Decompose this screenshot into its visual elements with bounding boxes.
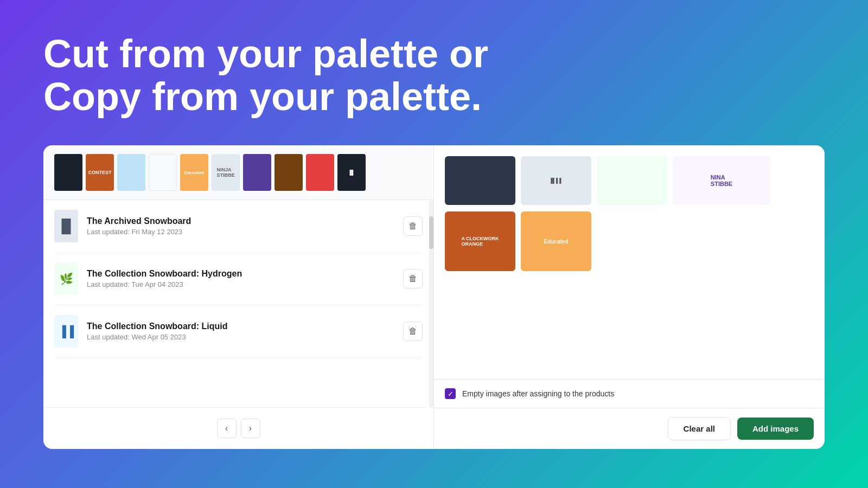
image-grid-area: ▐▌▌▌ NINASTIBBE A CLOCKWORKORANGE Educat… — [434, 145, 825, 379]
collection-name-3: The Collection Snowboard: Liquid — [87, 322, 394, 331]
collection-name-1: The Archived Snowboard — [87, 216, 394, 226]
grid-image-2: ▐▌▌▌ — [521, 156, 591, 205]
scrollbar-track — [429, 200, 433, 407]
collection-list: ▐▌ The Archived Snowboard Last updated: … — [43, 200, 433, 407]
book-thumb-5: Educated — [180, 154, 208, 191]
add-images-button[interactable]: Add images — [737, 418, 814, 440]
headline-line1: Cut from your palette or — [43, 33, 825, 75]
right-panel: ▐▌▌▌ NINASTIBBE A CLOCKWORKORANGE Educat… — [434, 145, 825, 449]
collection-info-2: The Collection Snowboard: Hydrogen Last … — [87, 269, 394, 288]
collection-date-1: Last updated: Fri May 12 2023 — [87, 228, 394, 236]
collection-item-2: 🌿 The Collection Snowboard: Hydrogen Las… — [54, 253, 423, 305]
collection-thumb-2: 🌿 — [54, 262, 78, 295]
grid-image-4: NINASTIBBE — [673, 156, 770, 205]
clear-all-button[interactable]: Clear all — [668, 417, 731, 440]
grid-image-1 — [445, 156, 515, 205]
book-thumb-10: ▐▌ — [337, 154, 366, 191]
scrollbar-thumb[interactable] — [429, 216, 433, 249]
grid-image-5: A CLOCKWORKORANGE — [445, 211, 515, 271]
headline-line2: Copy from your palette. — [43, 75, 825, 118]
book-thumb-2: CONTEST — [86, 154, 114, 191]
collection-info-3: The Collection Snowboard: Liquid Last up… — [87, 322, 394, 341]
collection-item-1: ▐▌ The Archived Snowboard Last updated: … — [54, 200, 423, 253]
collection-info-1: The Archived Snowboard Last updated: Fri… — [87, 216, 394, 236]
book-thumb-8 — [275, 154, 303, 191]
collection-date-3: Last updated: Wed Apr 05 2023 — [87, 333, 394, 341]
collection-date-2: Last updated: Tue Apr 04 2023 — [87, 280, 394, 288]
headline: Cut from your palette or Copy from your … — [43, 33, 825, 118]
image-row-2: A CLOCKWORKORANGE Educated — [445, 211, 814, 271]
collection-name-2: The Collection Snowboard: Hydrogen — [87, 269, 394, 279]
book-strip: CONTEST Educated NINJASTIBBE ▐▌ — [43, 145, 433, 200]
book-thumb-7 — [243, 154, 271, 191]
pagination: ‹ › — [43, 407, 433, 449]
delete-btn-3[interactable]: 🗑 — [403, 322, 423, 341]
collection-thumb-3: ▐▐ — [54, 315, 78, 348]
action-bar: Clear all Add images — [434, 408, 825, 449]
book-thumb-6: NINJASTIBBE — [212, 154, 240, 191]
book-thumb-3 — [117, 154, 145, 191]
checkbox-row: ✓ Empty images after assigning to the pr… — [434, 379, 825, 408]
main-panel: CONTEST Educated NINJASTIBBE ▐▌ ▐▌ The — [43, 145, 825, 449]
delete-btn-1[interactable]: 🗑 — [403, 216, 423, 236]
checkbox-icon[interactable]: ✓ — [445, 388, 456, 399]
left-panel: CONTEST Educated NINJASTIBBE ▐▌ ▐▌ The — [43, 145, 434, 449]
image-row-1: ▐▌▌▌ NINASTIBBE — [445, 156, 814, 205]
grid-image-6: Educated — [521, 211, 591, 271]
collection-item-3: ▐▐ The Collection Snowboard: Liquid Last… — [54, 305, 423, 358]
page-wrapper: Cut from your palette or Copy from your … — [0, 0, 868, 488]
next-page-button[interactable]: › — [241, 419, 260, 438]
collection-thumb-1: ▐▌ — [54, 210, 78, 242]
prev-page-button[interactable]: ‹ — [217, 419, 237, 438]
checkbox-label: Empty images after assigning to the prod… — [462, 389, 614, 398]
book-thumb-9 — [306, 154, 334, 191]
book-thumb-1 — [54, 154, 82, 191]
grid-image-3 — [597, 156, 667, 205]
left-panel-scroll-area: ▐▌ The Archived Snowboard Last updated: … — [43, 200, 433, 407]
delete-btn-2[interactable]: 🗑 — [403, 269, 423, 288]
book-thumb-4 — [149, 154, 177, 191]
